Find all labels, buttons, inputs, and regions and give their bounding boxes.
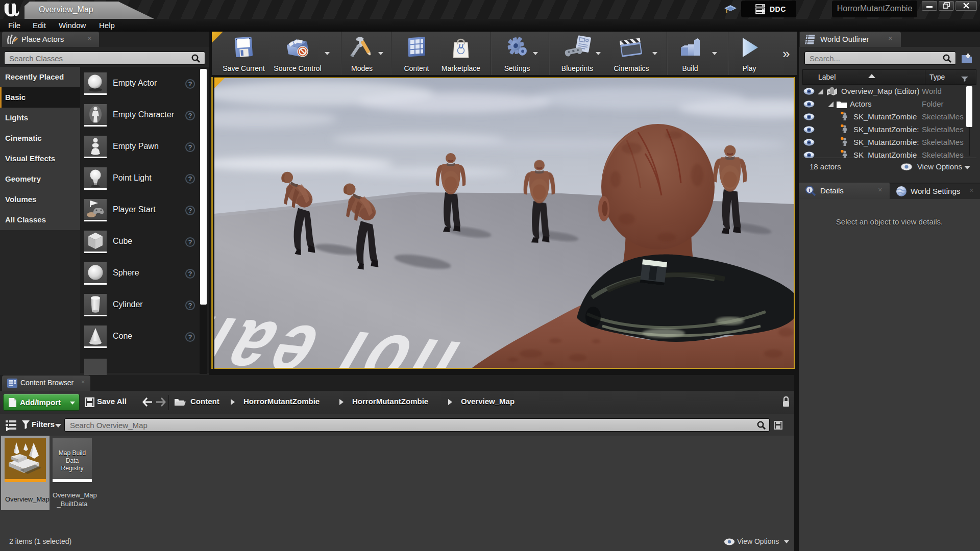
svg-text:U: U: [458, 42, 463, 50]
svg-text:i: i: [808, 187, 810, 193]
